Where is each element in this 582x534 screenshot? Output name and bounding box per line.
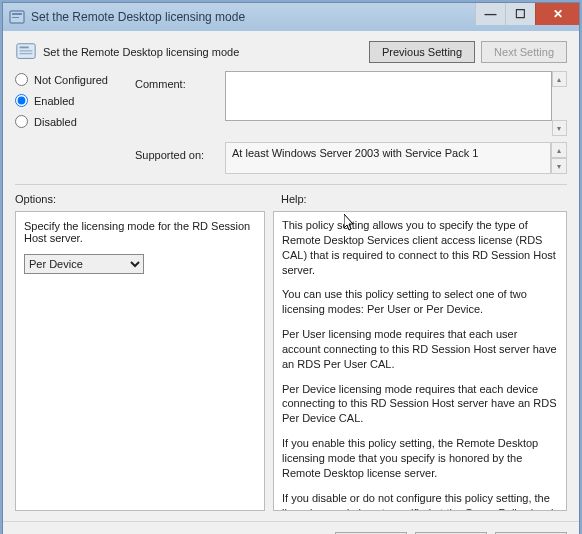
scroll-up-icon[interactable]: ▴	[551, 142, 567, 158]
scroll-up-icon[interactable]: ▴	[552, 71, 567, 87]
maximize-button[interactable]: ☐	[505, 3, 535, 25]
help-panel[interactable]: This policy setting allows you to specif…	[273, 211, 567, 511]
supported-scroll: ▴ ▾	[551, 142, 567, 174]
radio-label: Enabled	[34, 95, 74, 107]
previous-setting-button[interactable]: Previous Setting	[369, 41, 475, 63]
help-paragraph: You can use this policy setting to selec…	[282, 287, 558, 317]
svg-rect-5	[20, 50, 33, 51]
radio-label: Not Configured	[34, 74, 108, 86]
minimize-button[interactable]: —	[475, 3, 505, 25]
help-paragraph: This policy setting allows you to specif…	[282, 218, 558, 277]
comment-scroll: ▴ ▾	[552, 71, 567, 136]
content-area: Set the Remote Desktop licensing mode Pr…	[3, 31, 579, 515]
svg-rect-4	[20, 47, 29, 49]
dialog-window: Set the Remote Desktop licensing mode — …	[2, 2, 580, 534]
radio-enabled[interactable]: Enabled	[15, 94, 135, 107]
scroll-down-icon[interactable]: ▾	[552, 120, 567, 136]
policy-title: Set the Remote Desktop licensing mode	[43, 46, 239, 58]
policy-icon	[15, 41, 37, 63]
svg-rect-1	[12, 13, 22, 15]
options-prompt: Specify the licensing mode for the RD Se…	[24, 220, 256, 244]
svg-rect-2	[12, 17, 19, 18]
help-header: Help:	[281, 193, 307, 205]
help-paragraph: Per Device licensing mode requires that …	[282, 382, 558, 427]
svg-rect-6	[20, 53, 33, 54]
radio-label: Disabled	[34, 116, 77, 128]
help-paragraph: Per User licensing mode requires that ea…	[282, 327, 558, 372]
next-setting-button[interactable]: Next Setting	[481, 41, 567, 63]
licensing-mode-select[interactable]: Per Device	[24, 254, 144, 274]
options-panel: Specify the licensing mode for the RD Se…	[15, 211, 265, 511]
config-radios: Not Configured Enabled Disabled	[15, 71, 135, 136]
titlebar[interactable]: Set the Remote Desktop licensing mode — …	[3, 3, 579, 31]
supported-label: Supported on:	[135, 142, 225, 164]
supported-on-text: At least Windows Server 2003 with Servic…	[232, 147, 478, 159]
close-button[interactable]: ✕	[535, 3, 579, 25]
options-header: Options:	[15, 193, 265, 205]
window-title: Set the Remote Desktop licensing mode	[31, 10, 245, 24]
divider	[15, 184, 567, 185]
radio-not-configured[interactable]: Not Configured	[15, 73, 135, 86]
comment-textarea[interactable]	[225, 71, 552, 121]
comment-label: Comment:	[135, 71, 225, 93]
radio-disabled[interactable]: Disabled	[15, 115, 135, 128]
help-paragraph: If you disable or do not configure this …	[282, 491, 558, 511]
policy-title-icon	[9, 9, 25, 25]
scroll-down-icon[interactable]: ▾	[551, 158, 567, 174]
footer-buttons: OK Cancel Apply	[3, 521, 579, 534]
window-controls: — ☐ ✕	[475, 3, 579, 25]
help-paragraph: If you enable this policy setting, the R…	[282, 436, 558, 481]
supported-on-box: At least Windows Server 2003 with Servic…	[225, 142, 551, 174]
